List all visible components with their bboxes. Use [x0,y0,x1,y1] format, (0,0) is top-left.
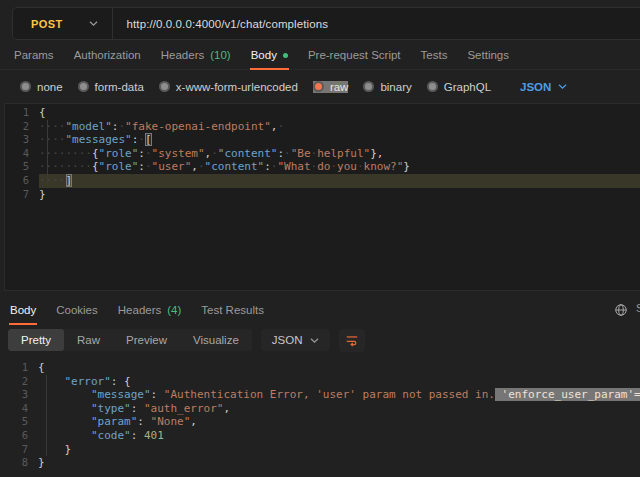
status-text-clipped: S [636,302,640,314]
line-number: 3 [0,388,28,402]
indent-guide [46,443,47,457]
response-tab-cookies[interactable]: Cookies [46,296,108,324]
view-preview[interactable]: Preview [113,329,180,351]
body-mode-raw[interactable]: raw [313,81,349,93]
code-line[interactable]: 4 "type": "auth_error", [0,402,640,416]
body-mode-form-data[interactable]: form-data [78,81,144,93]
line-number: 6 [5,174,29,188]
chevron-down-icon [89,20,98,27]
response-view-group: PrettyRawPreviewVisualize [8,329,252,351]
code-line[interactable]: 4········{"role":·"system",·"content":·"… [5,147,640,161]
line-number: 2 [5,120,29,134]
tab-headers[interactable]: Headers(10) [151,41,241,69]
indent-guide [46,375,47,389]
indent-guide [47,160,48,174]
line-number: 1 [5,106,29,120]
indent-guide [46,388,47,402]
indent-guide [46,415,47,429]
line-number: 7 [5,188,29,202]
line-number: 5 [0,415,28,429]
radio-icon [78,81,89,92]
tab-settings[interactable]: Settings [457,41,519,69]
response-language-label: JSON [272,334,303,346]
response-body-editor[interactable]: 1{2 "error": {3 "message": "Authenticati… [0,356,640,477]
radio-icon [20,81,31,92]
indent-guide [47,133,48,147]
tab-pre-request-script[interactable]: Pre-request Script [298,41,411,69]
line-number: 7 [0,443,28,457]
indent-guide [46,429,47,443]
response-tabs: BodyCookiesHeaders(4)Test Results [0,296,640,324]
code-line[interactable]: 1{ [5,106,640,120]
chevron-down-icon [310,337,319,344]
body-mode-none[interactable]: none [20,81,63,93]
body-mode-binary[interactable]: binary [363,81,411,93]
response-toolbar-right [614,296,628,324]
body-mode-row: noneform-datax-www-form-urlencodedrawbin… [0,70,640,103]
wrap-line-icon [345,333,359,347]
code-line[interactable]: 1{ [0,361,640,375]
view-pretty[interactable]: Pretty [8,329,64,351]
response-tab-test-results[interactable]: Test Results [191,296,274,324]
code-line[interactable]: 5 "param": "None", [0,415,640,429]
code-line[interactable]: 8} [0,456,640,470]
request-url-bar: POST http://0.0.0.0:4000/v1/chat/complet… [12,7,640,40]
indent-guide [46,402,47,416]
code-line[interactable]: 6 "code": 401 [0,429,640,443]
line-number: 8 [0,456,28,470]
wrap-line-button[interactable] [339,329,365,352]
method-selector[interactable]: POST [13,8,112,39]
tab-tests[interactable]: Tests [411,41,458,69]
body-mode-x-www-form-urlencoded[interactable]: x-www-form-urlencoded [159,81,298,93]
code-line[interactable]: 3····"messages":·[ [5,133,640,147]
code-line[interactable]: 7} [5,188,640,202]
radio-icon [363,81,374,92]
tab-params[interactable]: Params [4,41,64,69]
request-tabs: ParamsAuthorizationHeaders(10)BodyPre-re… [0,41,640,70]
code-line[interactable]: 2 "error": { [0,375,640,389]
radio-icon [427,81,438,92]
line-number: 4 [0,402,28,416]
body-mode-graphql[interactable]: GraphQL [427,81,491,93]
line-number: 1 [0,361,28,375]
raw-language-label: JSON [520,81,551,93]
response-language-select[interactable]: JSON [261,329,331,351]
view-visualize[interactable]: Visualize [180,329,252,351]
radio-icon [159,81,170,92]
method-label: POST [31,18,63,30]
url-input[interactable]: http://0.0.0.0:4000/v1/chat/completions [113,18,328,30]
response-tab-body[interactable]: Body [0,296,46,324]
line-number: 2 [0,375,28,389]
raw-language-select[interactable]: JSON [520,81,567,93]
active-tab-underline [9,323,37,325]
indent-guide [47,174,48,188]
indent-guide [47,147,48,161]
line-number: 5 [5,160,29,174]
unsaved-dot-icon [283,53,288,58]
postman-app: POST http://0.0.0.0:4000/v1/chat/complet… [0,0,640,477]
code-line[interactable]: 2····"model":·"fake-openai-endpoint",· [5,120,640,134]
line-number: 3 [5,133,29,147]
view-raw[interactable]: Raw [64,329,113,351]
tab-authorization[interactable]: Authorization [64,41,151,69]
request-body-editor[interactable]: 1{2····"model":·"fake-openai-endpoint",·… [4,103,640,291]
line-number: 4 [5,147,29,161]
response-tab-headers[interactable]: Headers(4) [108,296,192,324]
code-line[interactable]: 6····] [5,174,640,188]
code-line[interactable]: 5········{"role":·"user",·"content":·"Wh… [5,160,640,174]
globe-icon[interactable] [614,303,628,317]
radio-icon [313,81,324,92]
code-line[interactable]: 3 "message": "Authentication Error, 'use… [0,388,640,402]
code-line[interactable]: 7 } [0,443,640,457]
indent-guide [47,120,48,134]
response-view-row: PrettyRawPreviewVisualize JSON [8,327,640,353]
tab-body[interactable]: Body [241,41,298,69]
chevron-down-icon [558,83,567,90]
line-number: 6 [0,429,28,443]
body-mode-radios: noneform-datax-www-form-urlencodedrawbin… [20,81,506,93]
